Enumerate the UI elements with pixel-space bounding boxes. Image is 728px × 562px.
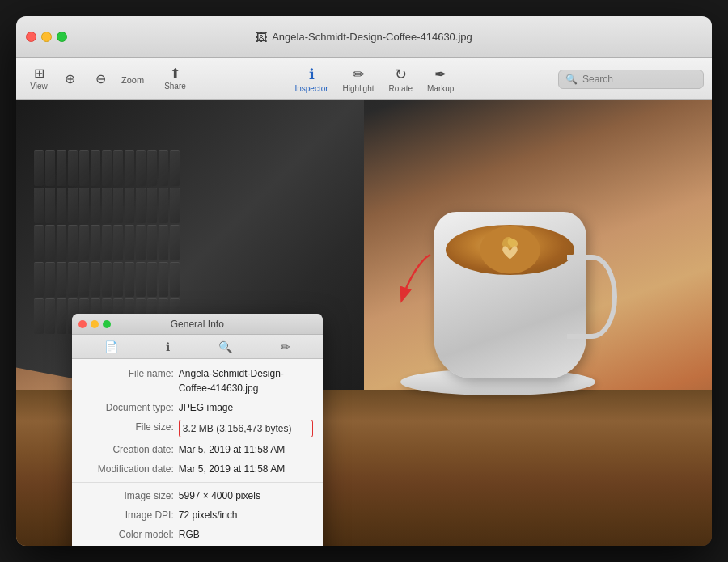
key <box>170 188 180 223</box>
key <box>170 150 180 186</box>
minimize-button[interactable] <box>41 32 52 42</box>
markup-icon: ✒ <box>434 65 447 83</box>
key <box>68 150 78 186</box>
info-row-modification: Modification date: Mar 5, 2019 at 11:58 … <box>72 459 323 479</box>
view-button[interactable]: ⊞ View <box>24 64 53 94</box>
share-button[interactable]: ⬆ Share <box>159 64 191 94</box>
key <box>34 262 44 298</box>
file-icon: 🖼 <box>256 31 267 44</box>
key <box>102 150 112 186</box>
colormodel-label: Color model: <box>82 527 179 542</box>
search-box[interactable]: 🔍 <box>558 70 704 89</box>
share-icon: ⬆ <box>170 67 180 80</box>
info-row-imagesize: Image size: 5997 × 4000 pixels <box>72 486 323 505</box>
key <box>136 188 146 223</box>
panel-info-button[interactable]: ℹ <box>159 339 176 355</box>
main-window: 🖼 Angela-Schmidt-Design-Coffee-414630.jp… <box>16 16 712 546</box>
key <box>125 262 134 298</box>
imagesize-label: Image size: <box>82 488 179 503</box>
key <box>91 188 100 223</box>
coffee-surface <box>446 225 574 275</box>
view-label: View <box>30 82 48 91</box>
info-row-filesize: File size: 3.2 MB (3,156,473 bytes) <box>72 417 323 440</box>
key <box>91 225 100 260</box>
key <box>68 225 78 260</box>
key <box>125 225 134 260</box>
key <box>68 262 78 298</box>
key <box>34 188 44 223</box>
key <box>102 188 112 223</box>
share-label: Share <box>164 82 186 91</box>
key <box>147 225 157 260</box>
key <box>102 262 112 298</box>
highlight-label: Highlight <box>343 84 375 93</box>
rotate-button[interactable]: ↻ Rotate <box>383 62 419 96</box>
coffee-cup-area <box>378 145 656 479</box>
key <box>159 262 168 298</box>
key <box>45 150 55 186</box>
svg-point-0 <box>480 226 540 274</box>
info-divider <box>72 482 323 483</box>
key <box>57 225 66 260</box>
zoom-label: Zoom <box>121 75 144 85</box>
panel-search-button[interactable]: 🔍 <box>212 339 239 355</box>
key <box>159 225 168 260</box>
panel-title-bar: General Info <box>72 314 323 335</box>
panel-content: File name: Angela-Schmidt-Design-Coffee-… <box>72 359 323 546</box>
key <box>136 150 146 186</box>
inspector-button[interactable]: ℹ Inspector <box>288 62 334 96</box>
modification-label: Modification date: <box>82 462 179 476</box>
info-row-dpi: Image DPI: 72 pixels/inch <box>72 505 323 525</box>
cup-handle <box>567 255 617 338</box>
title-bar: 🖼 Angela-Schmidt-Design-Coffee-414630.jp… <box>16 16 712 58</box>
panel-search-icon: 🔍 <box>218 340 232 353</box>
keyboard-pattern <box>34 150 180 334</box>
maximize-button[interactable] <box>57 32 67 42</box>
highlight-button[interactable]: ✏ Highlight <box>336 62 381 96</box>
panel-minimize-button[interactable] <box>91 320 99 328</box>
panel-edit-icon: ✏ <box>281 340 290 353</box>
key <box>159 150 168 186</box>
panel-traffic-lights <box>78 320 111 328</box>
panel-file-button[interactable]: 📄 <box>98 339 125 355</box>
key <box>147 150 157 186</box>
creation-value: Mar 5, 2019 at 11:58 AM <box>179 442 313 457</box>
close-button[interactable] <box>26 32 36 42</box>
key <box>125 188 134 223</box>
info-row-filename: File name: Angela-Schmidt-Design-Coffee-… <box>72 364 323 398</box>
key <box>91 262 100 298</box>
key <box>170 225 180 260</box>
content-area: General Info 📄 ℹ 🔍 ✏ File na <box>16 100 712 546</box>
key <box>45 262 55 298</box>
panel-close-button[interactable] <box>78 320 87 328</box>
zoom-in-button[interactable]: ⊕ <box>55 70 84 89</box>
key <box>79 262 89 298</box>
key <box>147 262 157 298</box>
panel-title-text: General Info <box>171 319 224 330</box>
panel-maximize-button[interactable] <box>103 320 111 328</box>
rotate-icon: ↻ <box>395 65 407 83</box>
markup-button[interactable]: ✒ Markup <box>421 62 460 96</box>
key <box>79 188 89 223</box>
panel-toolbar: 📄 ℹ 🔍 ✏ <box>72 335 323 359</box>
toolbar: ⊞ View ⊕ ⊖ Zoom ⬆ Share ℹ Inspector <box>16 58 712 100</box>
zoom-in-icon: ⊕ <box>65 73 75 86</box>
zoom-out-button[interactable]: ⊖ <box>86 70 115 89</box>
info-row-creation: Creation date: Mar 5, 2019 at 11:58 AM <box>72 440 323 459</box>
inspector-label: Inspector <box>294 84 328 93</box>
title-text: Angela-Schmidt-Design-Coffee-414630.jpg <box>272 31 472 43</box>
key <box>45 298 55 334</box>
filesize-value: 3.2 MB (3,156,473 bytes) <box>179 420 313 437</box>
key <box>68 188 78 223</box>
key <box>159 188 168 223</box>
info-row-colorsync: ColorSync profile: sRGB IEC61966-2.1 <box>72 544 323 546</box>
inspector-icon: ℹ <box>309 65 315 83</box>
panel-edit-button[interactable]: ✏ <box>274 339 297 355</box>
colormodel-value: RGB <box>179 527 313 542</box>
search-input[interactable] <box>582 74 696 85</box>
modification-value: Mar 5, 2019 at 11:58 AM <box>179 462 313 476</box>
creation-label: Creation date: <box>82 442 179 457</box>
key <box>45 188 55 223</box>
view-icon: ⊞ <box>34 67 44 80</box>
key <box>147 188 157 223</box>
